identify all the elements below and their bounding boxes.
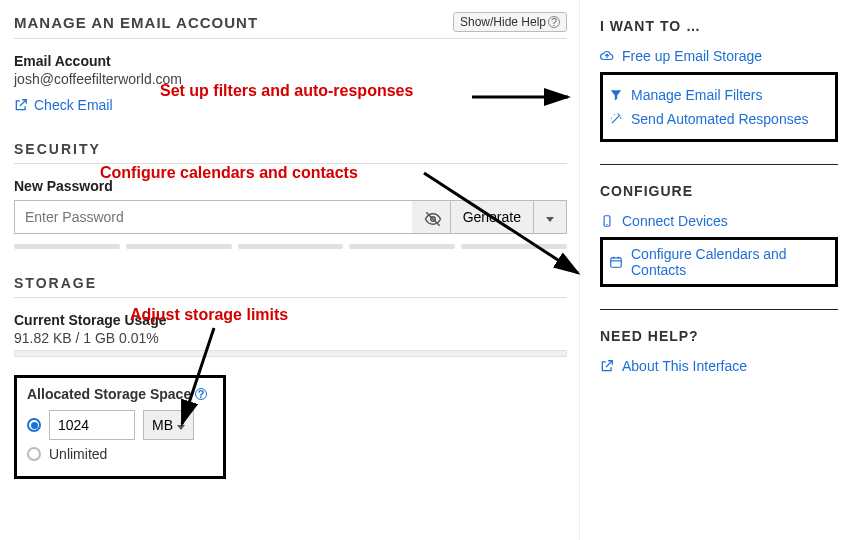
allocated-storage-label: Allocated Storage Space ? <box>27 386 207 402</box>
svg-rect-4 <box>611 258 622 267</box>
radio-unchecked-icon <box>27 447 41 461</box>
header-row: Manage an Email Account Show/Hide Help ? <box>14 12 567 39</box>
manage-filters-label: Manage Email Filters <box>631 87 763 103</box>
need-help-heading: Need Help? <box>600 328 838 344</box>
password-visibility-toggle[interactable] <box>412 200 450 234</box>
email-account-label: Email Account <box>14 53 567 69</box>
allocated-storage-box: Allocated Storage Space ? MB Unlimited <box>14 375 226 479</box>
sidebar: I Want To … Free up Email Storage Manage… <box>580 0 850 540</box>
divider <box>600 309 838 310</box>
unit-label: MB <box>152 417 173 433</box>
current-usage-value: 91.82 KB / 1 GB 0.01% <box>14 330 567 346</box>
free-up-storage-link[interactable]: Free up Email Storage <box>600 48 838 64</box>
configure-calendars-group: Configure Calendars and Contacts <box>600 237 838 287</box>
password-row: Generate <box>14 200 567 234</box>
page-title: Manage an Email Account <box>14 14 258 31</box>
calendar-icon <box>609 255 623 269</box>
about-interface-link[interactable]: About This Interface <box>600 358 838 374</box>
about-label: About This Interface <box>622 358 747 374</box>
device-icon <box>600 214 614 228</box>
radio-checked-icon <box>27 418 41 432</box>
password-input[interactable] <box>14 200 412 234</box>
filters-responses-group: Manage Email Filters Send Automated Resp… <box>600 72 838 142</box>
cloud-upload-icon <box>600 49 614 63</box>
help-icon: ? <box>548 16 560 28</box>
allocated-fixed-option[interactable]: MB <box>27 410 213 440</box>
external-link-icon <box>14 98 28 112</box>
filter-icon <box>609 88 623 102</box>
generate-password-button[interactable]: Generate <box>450 200 533 234</box>
show-hide-help-button[interactable]: Show/Hide Help ? <box>453 12 567 32</box>
main-panel: Manage an Email Account Show/Hide Help ?… <box>0 0 580 540</box>
chevron-down-icon <box>546 209 554 225</box>
connect-devices-link[interactable]: Connect Devices <box>600 213 838 229</box>
connect-devices-label: Connect Devices <box>622 213 728 229</box>
send-automated-label: Send Automated Responses <box>631 111 808 127</box>
allocated-unlimited-option[interactable]: Unlimited <box>27 446 213 462</box>
configure-calendars-link[interactable]: Configure Calendars and Contacts <box>609 246 829 278</box>
manage-filters-link[interactable]: Manage Email Filters <box>609 87 829 103</box>
usage-progress-bar <box>14 350 567 357</box>
storage-title: Storage <box>14 275 567 298</box>
unit-dropdown[interactable]: MB <box>143 410 194 440</box>
help-label: Show/Hide Help <box>460 15 546 29</box>
current-usage-label: Current Storage Usage <box>14 312 567 328</box>
unlimited-label: Unlimited <box>49 446 107 462</box>
eye-off-icon <box>424 210 438 224</box>
check-email-label: Check Email <box>34 97 113 113</box>
free-up-label: Free up Email Storage <box>622 48 762 64</box>
configure-heading: Configure <box>600 183 838 199</box>
chevron-down-icon <box>177 417 185 433</box>
info-icon[interactable]: ? <box>195 388 207 400</box>
email-account-value: josh@coffeefilterworld.com <box>14 71 567 87</box>
allocated-value-input[interactable] <box>49 410 135 440</box>
check-email-link[interactable]: Check Email <box>14 97 113 113</box>
password-strength-meter <box>14 244 567 249</box>
configure-calendars-label: Configure Calendars and Contacts <box>631 246 829 278</box>
security-title: Security <box>14 141 567 164</box>
external-link-icon <box>600 359 614 373</box>
generate-label: Generate <box>463 209 521 225</box>
divider <box>600 164 838 165</box>
generate-dropdown-button[interactable] <box>533 200 567 234</box>
send-automated-link[interactable]: Send Automated Responses <box>609 111 829 127</box>
new-password-label: New Password <box>14 178 567 194</box>
magic-wand-icon <box>609 112 623 126</box>
i-want-to-heading: I Want To … <box>600 18 838 34</box>
